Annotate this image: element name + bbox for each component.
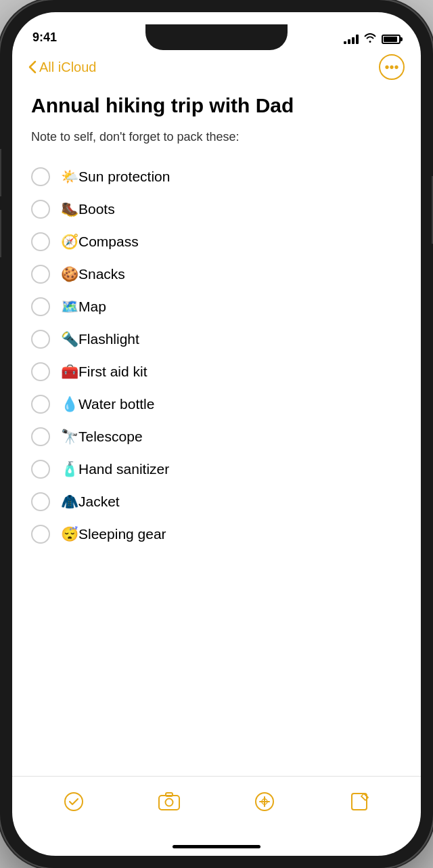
checkbox-1[interactable] [31,200,50,219]
checkbox-3[interactable] [31,265,50,284]
checklist-item: 🔭Telescope [31,420,402,453]
notch [145,24,288,50]
home-bar [173,845,260,848]
item-text-5: 🔦Flashlight [61,331,139,347]
svg-point-0 [65,793,83,810]
checklist-toolbar-button[interactable] [57,785,91,819]
compose-toolbar-button[interactable] [343,785,377,819]
toolbar [12,776,421,837]
checkbox-0[interactable] [31,167,50,186]
back-label: All iCloud [39,60,96,75]
item-text-0: 🌤️Sun protection [61,169,170,185]
checkbox-6[interactable] [31,362,50,381]
item-text-6: 🧰First aid kit [61,364,147,380]
volume-up-button[interactable] [0,149,1,196]
signal-bar-4 [356,35,359,44]
checkbox-9[interactable] [31,460,50,479]
svg-rect-3 [166,793,173,796]
back-button[interactable]: All iCloud [28,60,96,75]
checkbox-11[interactable] [31,525,50,544]
note-content: Annual hiking trip with Dad Note to self… [12,88,421,776]
status-time: 9:41 [32,30,57,45]
volume-down-button[interactable] [0,210,1,257]
checklist-item: 🥾Boots [31,193,402,225]
checklist-item: 🧥Jacket [31,485,402,518]
signal-bar-2 [348,39,350,44]
item-text-3: 🍪Snacks [61,266,125,282]
checklist-item: 💧Water bottle [31,388,402,420]
checklist-item: 🧴Hand sanitizer [31,453,402,485]
phone-frame: 9:41 [0,0,433,868]
checklist-item: 🔦Flashlight [31,323,402,355]
checklist-item: 😴Sleeping gear [31,518,402,550]
item-text-9: 🧴Hand sanitizer [61,461,169,477]
checklist-item: 🗺️Map [31,290,402,323]
checkbox-2[interactable] [31,232,50,251]
svg-rect-1 [159,796,179,810]
item-text-11: 😴Sleeping gear [61,526,166,542]
checkbox-5[interactable] [31,330,50,349]
note-title: Annual hiking trip with Dad [31,93,402,118]
checklist-item: 🧰First aid kit [31,355,402,388]
status-icons [344,33,401,45]
checklist-item: 🧭Compass [31,225,402,258]
camera-toolbar-button[interactable] [152,785,186,819]
phone-screen: 9:41 [12,12,421,856]
item-text-4: 🗺️Map [61,299,106,315]
svg-rect-6 [352,794,367,810]
checklist-item: 🌤️Sun protection [31,160,402,193]
item-text-8: 🔭Telescope [61,429,143,445]
markup-toolbar-button[interactable] [248,785,281,819]
svg-point-2 [165,798,173,806]
item-text-7: 💧Water bottle [61,396,154,412]
checkbox-10[interactable] [31,492,50,511]
checkbox-7[interactable] [31,395,50,414]
signal-bar-1 [344,41,346,44]
signal-bar-3 [352,37,355,44]
signal-icon [344,35,359,44]
checklist: 🌤️Sun protection🥾Boots🧭Compass🍪Snacks🗺️M… [31,160,402,550]
more-button[interactable]: ••• [379,54,405,80]
home-indicator [12,837,421,856]
checklist-item: 🍪Snacks [31,258,402,290]
checkbox-4[interactable] [31,297,50,316]
item-text-1: 🥾Boots [61,201,115,217]
checkbox-8[interactable] [31,427,50,446]
battery-icon [382,35,401,44]
wifi-icon [364,33,376,45]
nav-bar: All iCloud ••• [12,49,421,88]
item-text-10: 🧥Jacket [61,494,120,510]
item-text-2: 🧭Compass [61,234,139,250]
note-subtitle: Note to self, don't forget to pack these… [31,130,402,144]
more-icon: ••• [384,60,398,75]
